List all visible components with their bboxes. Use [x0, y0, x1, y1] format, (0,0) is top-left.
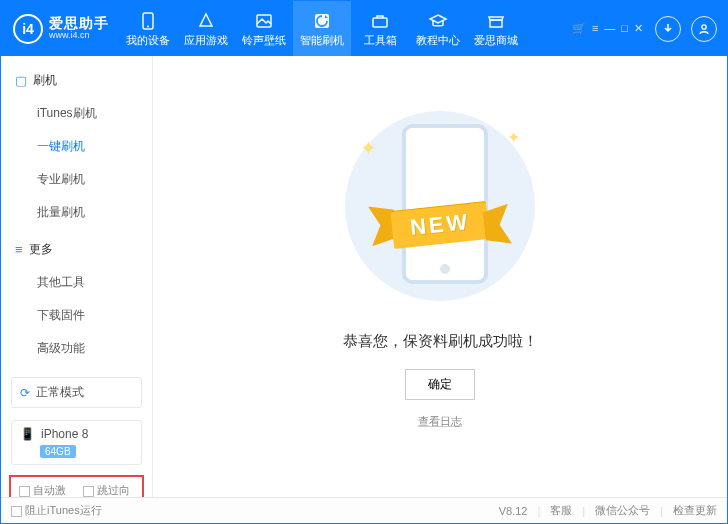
sidebar-pro-flash[interactable]: 专业刷机: [1, 163, 152, 196]
sidebar-download-firmware[interactable]: 下载固件: [1, 299, 152, 332]
logo-text: 爱思助手 www.i4.cn: [49, 16, 109, 41]
list-icon: ≡: [15, 242, 23, 257]
section-more[interactable]: ≡ 更多: [1, 235, 152, 264]
nav-tutorials[interactable]: 教程中心: [409, 1, 467, 56]
success-message: 恭喜您，保资料刷机成功啦！: [343, 332, 538, 351]
body: ▢ 刷机 iTunes刷机 一键刷机 专业刷机 批量刷机 ≡ 更多 其他工具 下…: [1, 56, 727, 497]
customer-service-link[interactable]: 客服: [550, 503, 572, 518]
maximize-button[interactable]: □: [621, 22, 628, 35]
app-url: www.i4.cn: [49, 31, 109, 41]
device-box[interactable]: 📱 iPhone 8 64GB: [11, 420, 142, 465]
titlebar: i4 爱思助手 www.i4.cn 我的设备 应用游戏 铃声壁纸 智能刷机: [1, 1, 727, 56]
device-icon: 📱: [20, 427, 35, 441]
confirm-button[interactable]: 确定: [405, 369, 475, 400]
app-logo: i4 爱思助手 www.i4.cn: [1, 1, 119, 56]
mode-box[interactable]: ⟳ 正常模式: [11, 377, 142, 408]
block-itunes-checkbox[interactable]: 阻止iTunes运行: [11, 503, 102, 518]
download-button[interactable]: [655, 16, 681, 42]
bottom-options: 自动激活 跳过向导: [9, 475, 144, 497]
auto-activate-checkbox[interactable]: 自动激活: [19, 483, 71, 497]
skip-guide-checkbox[interactable]: 跳过向导: [83, 483, 135, 497]
nav-apps[interactable]: 应用游戏: [177, 1, 235, 56]
sidebar: ▢ 刷机 iTunes刷机 一键刷机 专业刷机 批量刷机 ≡ 更多 其他工具 下…: [1, 56, 153, 497]
apps-icon: [196, 12, 216, 30]
nav-ringtones[interactable]: 铃声壁纸: [235, 1, 293, 56]
wallpaper-icon: [254, 12, 274, 30]
nav-toolbox[interactable]: 工具箱: [351, 1, 409, 56]
toolbox-icon: [370, 12, 390, 30]
wechat-link[interactable]: 微信公众号: [595, 503, 650, 518]
phone-icon: [138, 12, 158, 30]
svg-rect-5: [490, 20, 502, 27]
sidebar-oneclick-flash[interactable]: 一键刷机: [1, 130, 152, 163]
success-illustration: ✦ ✦ NEW: [330, 106, 550, 306]
device-name: iPhone 8: [41, 427, 88, 441]
nav-my-device[interactable]: 我的设备: [119, 1, 177, 56]
menu-icon[interactable]: ≡: [592, 22, 598, 35]
sparkle-icon: ✦: [360, 136, 377, 160]
view-log-link[interactable]: 查看日志: [418, 414, 462, 429]
check-update-link[interactable]: 检查更新: [673, 503, 717, 518]
nav-store[interactable]: 爱思商城: [467, 1, 525, 56]
flash-icon: [312, 12, 332, 30]
store-icon: [486, 12, 506, 30]
svg-point-6: [702, 24, 706, 28]
close-button[interactable]: ✕: [634, 22, 643, 35]
graduation-icon: [428, 12, 448, 30]
app-window: i4 爱思助手 www.i4.cn 我的设备 应用游戏 铃声壁纸 智能刷机: [0, 0, 728, 524]
main-pane: ✦ ✦ NEW 恭喜您，保资料刷机成功啦！ 确定 查看日志: [153, 56, 727, 497]
logo-icon: i4: [13, 14, 43, 44]
version-label: V8.12: [499, 505, 528, 517]
device-storage-badge: 64GB: [40, 445, 76, 458]
top-nav: 我的设备 应用游戏 铃声壁纸 智能刷机 工具箱 教程中心: [119, 1, 525, 56]
sparkle-icon: ✦: [507, 128, 520, 147]
sidebar-itunes-flash[interactable]: iTunes刷机: [1, 97, 152, 130]
user-button[interactable]: [691, 16, 717, 42]
sidebar-batch-flash[interactable]: 批量刷机: [1, 196, 152, 229]
refresh-icon: ⟳: [20, 386, 30, 400]
minimize-button[interactable]: —: [604, 22, 615, 35]
svg-point-1: [147, 25, 149, 27]
phone-outline-icon: ▢: [15, 73, 27, 88]
svg-rect-4: [373, 18, 387, 27]
nav-smart-flash[interactable]: 智能刷机: [293, 1, 351, 56]
sidebar-advanced[interactable]: 高级功能: [1, 332, 152, 365]
app-name: 爱思助手: [49, 16, 109, 31]
statusbar: 阻止iTunes运行 V8.12 | 客服 | 微信公众号 | 检查更新: [1, 497, 727, 523]
sidebar-other-tools[interactable]: 其他工具: [1, 266, 152, 299]
section-flash[interactable]: ▢ 刷机: [1, 66, 152, 95]
window-controls: 🛒 ≡ — □ ✕: [572, 16, 727, 42]
cart-icon[interactable]: 🛒: [572, 22, 586, 35]
new-ribbon: NEW: [330, 202, 550, 248]
